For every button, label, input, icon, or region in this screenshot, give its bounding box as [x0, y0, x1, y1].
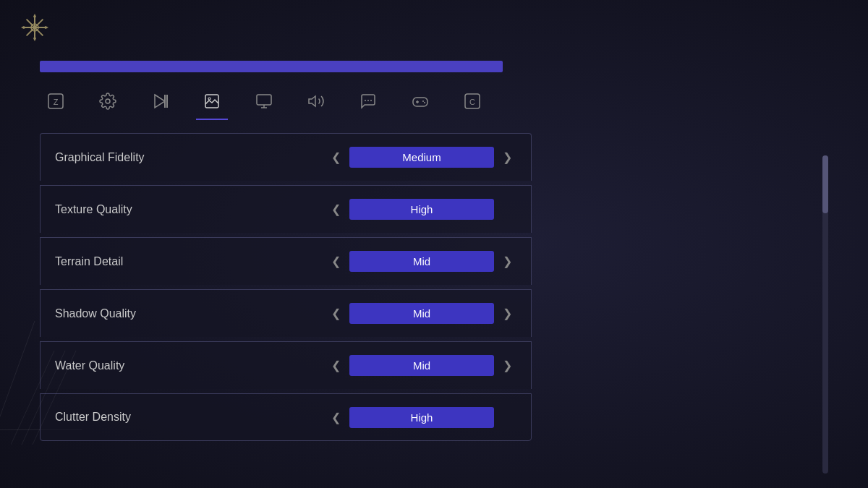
svg-rect-23: [413, 98, 427, 106]
setting-arrow-left-shadow-quality[interactable]: ❮: [327, 304, 345, 323]
scrollbar-track[interactable]: [822, 155, 828, 474]
setting-control-texture-quality: ❮High❯: [327, 199, 516, 220]
tab-controller[interactable]: [404, 85, 436, 117]
setting-arrow-left-clutter-density[interactable]: ❮: [327, 408, 345, 427]
setting-arrow-right-water-quality[interactable]: ❯: [498, 356, 516, 375]
svg-point-15: [208, 98, 210, 100]
tab-settings[interactable]: [92, 85, 124, 117]
svg-line-30: [11, 351, 54, 445]
setting-control-graphical-fidelity: ❮Medium❯: [327, 147, 516, 168]
display-icon: [255, 93, 273, 110]
svg-line-31: [22, 351, 65, 445]
c-key-icon: C: [464, 93, 481, 110]
setting-value-terrain-detail: Mid: [349, 251, 494, 272]
svg-marker-8: [43, 26, 48, 29]
setting-arrow-right-terrain-detail[interactable]: ❯: [498, 252, 516, 271]
setting-arrow-left-texture-quality[interactable]: ❮: [327, 200, 345, 219]
setting-arrow-left-graphical-fidelity[interactable]: ❮: [327, 147, 345, 167]
setting-control-water-quality: ❮Mid❯: [327, 355, 516, 376]
tab-z[interactable]: Z: [40, 85, 72, 117]
setting-name-texture-quality: Texture Quality: [55, 203, 132, 216]
media-icon: [151, 93, 169, 110]
scrollbar-thumb[interactable]: [822, 155, 828, 213]
setting-arrow-right-shadow-quality[interactable]: ❯: [498, 304, 516, 323]
header: [0, 0, 868, 55]
setting-arrow-left-terrain-detail[interactable]: ❮: [327, 252, 345, 271]
setting-row-texture-quality: Texture Quality❮High❯: [40, 185, 532, 233]
svg-rect-16: [257, 95, 271, 105]
svg-marker-6: [33, 36, 36, 41]
setting-value-water-quality: Mid: [349, 355, 494, 376]
svg-line-32: [33, 351, 76, 445]
setting-value-graphical-fidelity: Medium: [349, 147, 494, 168]
gear-icon: [99, 93, 116, 110]
settings-container: Graphical Fidelity❮Medium❯Texture Qualit…: [40, 133, 532, 441]
chat-icon: [359, 93, 377, 110]
svg-point-21: [367, 100, 369, 101]
svg-marker-7: [21, 26, 26, 29]
setting-row-shadow-quality: Shadow Quality❮Mid❯: [40, 289, 532, 337]
svg-marker-11: [155, 95, 165, 108]
svg-marker-19: [309, 96, 315, 106]
setting-control-clutter-density: ❮High❯: [327, 407, 516, 428]
controller-icon: [412, 93, 429, 110]
settings-list: Graphical Fidelity❮Medium❯Texture Qualit…: [40, 133, 532, 441]
svg-marker-5: [33, 14, 36, 19]
svg-text:Z: Z: [54, 98, 59, 106]
svg-point-26: [422, 100, 424, 102]
tab-display[interactable]: [248, 85, 280, 117]
setting-row-water-quality: Water Quality❮Mid❯: [40, 341, 532, 389]
z-key-icon: Z: [47, 93, 64, 110]
system-icon: [20, 13, 49, 42]
setting-name-graphical-fidelity: Graphical Fidelity: [55, 151, 145, 164]
svg-point-22: [370, 100, 372, 101]
setting-row-graphical-fidelity: Graphical Fidelity❮Medium❯: [40, 133, 532, 181]
tab-bar: Z: [0, 78, 868, 124]
setting-value-clutter-density: High: [349, 407, 494, 428]
svg-point-27: [424, 102, 425, 103]
tab-audio[interactable]: [300, 85, 332, 117]
section-label[interactable]: [40, 61, 503, 72]
setting-control-shadow-quality: ❮Mid❯: [327, 303, 516, 324]
svg-point-20: [365, 100, 366, 101]
setting-value-texture-quality: High: [349, 199, 494, 220]
page: Z: [0, 0, 868, 488]
setting-row-terrain-detail: Terrain Detail❮Mid❯: [40, 237, 532, 285]
setting-name-terrain-detail: Terrain Detail: [55, 255, 123, 268]
tab-chat[interactable]: [352, 85, 384, 117]
image-icon: [203, 93, 221, 110]
decorative-lines: [11, 351, 83, 445]
tab-c[interactable]: C: [456, 85, 488, 117]
svg-text:C: C: [469, 98, 475, 106]
audio-icon: [307, 93, 325, 110]
tab-media[interactable]: [144, 85, 176, 117]
setting-name-shadow-quality: Shadow Quality: [55, 307, 136, 320]
setting-value-shadow-quality: Mid: [349, 303, 494, 324]
setting-row-clutter-density: Clutter Density❮High❯: [40, 393, 532, 441]
setting-arrow-left-water-quality[interactable]: ❮: [327, 356, 345, 375]
tab-graphics[interactable]: [196, 85, 228, 117]
setting-control-terrain-detail: ❮Mid❯: [327, 251, 516, 272]
setting-arrow-right-graphical-fidelity[interactable]: ❯: [498, 147, 516, 167]
